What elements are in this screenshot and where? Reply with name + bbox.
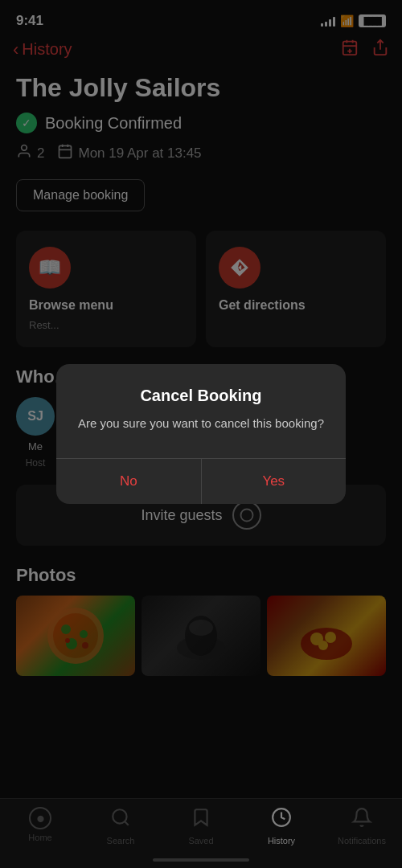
cancel-booking-modal: Cancel Booking Are you sure you want to …	[56, 364, 346, 505]
modal-body: Cancel Booking Are you sure you want to …	[56, 364, 346, 446]
modal-no-button[interactable]: No	[56, 459, 201, 504]
modal-title: Cancel Booking	[76, 387, 326, 405]
modal-overlay: Cancel Booking Are you sure you want to …	[0, 0, 402, 868]
modal-message: Are you sure you want to cancel this boo…	[76, 415, 326, 433]
modal-actions: No Yes	[56, 458, 346, 504]
modal-yes-button[interactable]: Yes	[201, 459, 347, 504]
